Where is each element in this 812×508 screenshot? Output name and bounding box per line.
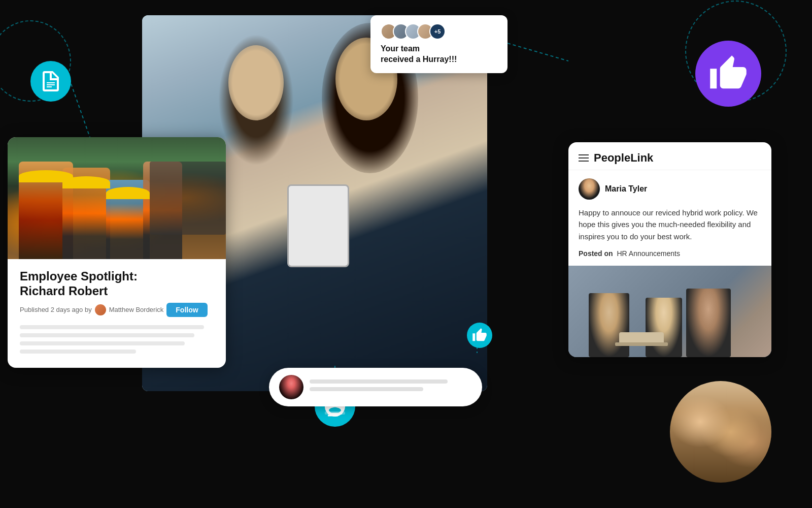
thumbs-up-icon (708, 54, 748, 93)
bubble-line-1 (310, 379, 448, 384)
text-line-3 (20, 341, 185, 345)
hamburger-line-1 (579, 154, 589, 155)
thumbs-up-icon-circle (695, 41, 761, 107)
posted-on: Posted on HR Announcements (579, 249, 761, 258)
spotlight-content: Employee Spotlight: Richard Robert Publi… (8, 259, 226, 368)
bottom-right-circle-photo (670, 381, 771, 483)
spotlight-meta: Published 2 days ago by Matthew Borderic… (20, 303, 214, 317)
text-lines (20, 325, 214, 354)
peoplelink-footer: Like Comment Share (568, 266, 771, 357)
hurray-message: Your team received a Hurray!!! (381, 44, 497, 65)
post-text: Happy to annouce our reviced hybrid work… (579, 207, 761, 242)
text-line-4 (20, 350, 136, 354)
hamburger-menu-icon[interactable] (579, 154, 589, 162)
svg-line-1 (507, 43, 568, 61)
author-name: Maria Tyler (605, 184, 647, 194)
avatar-count: +5 (429, 23, 446, 40)
follow-button[interactable]: Follow (166, 303, 207, 317)
hamburger-line-3 (579, 161, 589, 162)
document-icon-circle (30, 61, 71, 102)
peoplelink-card: PeopleLink Maria Tyler Happy to annouce … (568, 142, 771, 357)
author-avatar (95, 304, 106, 315)
bubble-text-lines (310, 379, 472, 395)
author-row: Maria Tyler (579, 178, 761, 200)
bubble-line-2 (310, 387, 423, 391)
document-icon (39, 69, 63, 93)
peoplelink-body: Maria Tyler Happy to annouce our reviced… (568, 170, 771, 266)
social-bubble-card (269, 368, 482, 406)
bubble-avatar (279, 375, 303, 399)
text-line-2 (20, 333, 194, 337)
spotlight-card: Employee Spotlight: Richard Robert Publi… (8, 137, 226, 368)
maria-tyler-avatar (579, 178, 600, 200)
small-thumb-icon-circle (467, 323, 492, 348)
spotlight-image (8, 137, 226, 259)
text-line-1 (20, 325, 204, 329)
footer-image (568, 266, 771, 357)
spotlight-title: Employee Spotlight: Richard Robert (20, 269, 214, 299)
hamburger-line-2 (579, 157, 589, 158)
peoplelink-header: PeopleLink (568, 142, 771, 170)
peoplelink-brand-name: PeopleLink (594, 151, 653, 165)
hurray-avatars-row: +5 (381, 23, 497, 40)
hurray-notification-card: +5 Your team received a Hurray!!! (370, 15, 507, 73)
small-thumb-icon (472, 328, 487, 343)
